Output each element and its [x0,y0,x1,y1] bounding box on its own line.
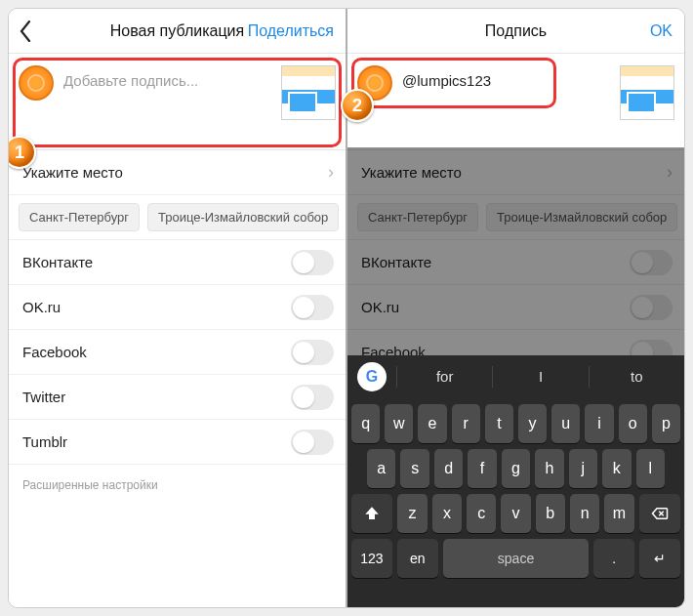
key[interactable]: c [467,494,496,533]
key[interactable]: n [570,494,599,533]
toggle[interactable] [291,430,334,455]
period-key[interactable]: . [593,539,634,578]
step-marker-2: 2 [341,89,374,122]
toggle[interactable] [630,295,673,320]
location-chips: Санкт-Петербург Троице-Измайловский собо… [9,195,346,240]
key[interactable]: h [535,449,563,488]
location-row[interactable]: Укажите место › [9,150,346,195]
key[interactable]: q [351,404,380,443]
key[interactable]: d [434,449,463,488]
key[interactable]: f [468,449,496,488]
phone-right: Подпись OK @lumpics123 Укажите место › С… [347,9,684,607]
key[interactable]: k [602,449,631,488]
network-row[interactable]: OK.ru [347,285,684,330]
toggle[interactable] [291,295,334,320]
key[interactable]: l [636,449,665,488]
chip[interactable]: Троице-Измайловский собор [486,203,677,231]
shift-key[interactable] [351,494,392,533]
keyboard: G for I to q w e r t y u i o p a s d [347,355,684,607]
enter-key[interactable]: ↵ [639,539,680,578]
post-thumbnail[interactable] [281,65,336,120]
toggle[interactable] [291,340,334,365]
suggestion[interactable]: I [492,366,588,388]
key[interactable]: j [569,449,597,488]
google-icon[interactable]: G [357,362,387,391]
key[interactable]: t [485,404,513,443]
chip[interactable]: Санкт-Петербург [19,203,140,231]
network-row[interactable]: ВКонтакте [9,240,346,285]
share-button[interactable]: Поделиться [248,22,334,40]
chevron-right-icon: › [328,162,334,183]
key[interactable]: z [397,494,427,533]
key[interactable]: i [585,404,613,443]
key[interactable]: p [652,404,680,443]
key[interactable]: v [501,494,530,533]
caption-row[interactable]: Добавьте подпись... [9,54,346,149]
post-thumbnail[interactable] [620,65,674,120]
key[interactable]: m [604,494,633,533]
key[interactable]: o [619,404,647,443]
location-row[interactable]: Укажите место › [347,150,684,195]
key[interactable]: g [502,449,530,488]
suggestion[interactable]: to [589,366,684,388]
network-row[interactable]: Facebook [9,330,346,375]
backspace-key[interactable] [639,494,680,533]
network-row[interactable]: ВКонтакте [347,240,684,285]
key[interactable]: s [400,449,428,488]
caption-row[interactable]: @lumpics123 [347,54,684,149]
chip[interactable]: Санкт-Петербург [357,203,478,231]
caption-placeholder[interactable]: Добавьте подпись... [63,65,275,89]
key[interactable]: b [536,494,565,533]
key[interactable]: y [518,404,547,443]
suggestion[interactable]: for [396,366,492,388]
location-chips: Санкт-Петербург Троице-Измайловский собо… [347,195,684,240]
back-icon[interactable] [19,21,32,42]
header-title: Новая публикация [110,22,244,40]
key[interactable]: x [432,494,462,533]
header: Новая публикация Поделиться [9,9,346,54]
network-row[interactable]: Twitter [9,375,346,420]
key[interactable]: a [367,449,395,488]
suggestion-bar: G for I to [347,355,684,398]
header: Подпись OK [347,9,684,54]
key[interactable]: e [418,404,446,443]
key[interactable]: u [551,404,580,443]
lang-key[interactable]: en [397,539,438,578]
caption-input[interactable]: @lumpics123 [402,65,614,89]
key[interactable]: w [385,404,413,443]
space-key[interactable]: space [443,539,590,578]
location-label: Укажите место [361,164,462,181]
chevron-right-icon: › [667,162,673,183]
numbers-key[interactable]: 123 [351,539,392,578]
key[interactable]: r [452,404,480,443]
toggle[interactable] [630,250,673,275]
toggle[interactable] [291,250,334,275]
location-label: Укажите место [22,164,123,181]
chip[interactable]: Троице-Измайловский собор [147,203,339,231]
phone-left: Новая публикация Поделиться Добавьте под… [9,9,346,607]
network-row[interactable]: Tumblr [9,420,346,465]
toggle[interactable] [291,385,334,410]
ok-button[interactable]: OK [650,22,673,40]
network-row[interactable]: OK.ru [9,285,346,330]
header-title: Подпись [485,22,547,40]
advanced-settings[interactable]: Расширенные настройки [9,465,346,506]
avatar [19,65,54,101]
